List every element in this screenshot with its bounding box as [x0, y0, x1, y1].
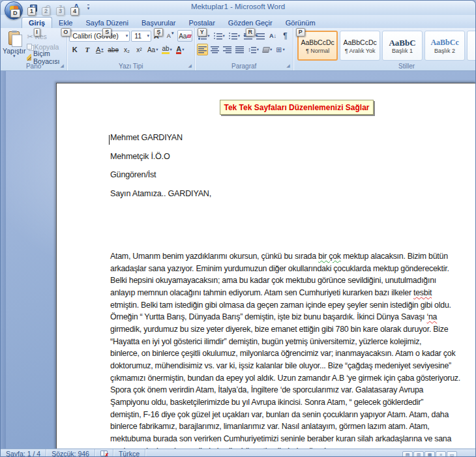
tab-ekle[interactable]: EkleO [52, 18, 79, 28]
style-h2[interactable]: AaBbCcBaşlık 2 [424, 31, 465, 61]
chevron-down-icon: ▾ [223, 33, 225, 38]
quick-access-toolbar: 1↶2↻3A4▾ [27, 2, 93, 14]
chevron-down-icon: ▾ [270, 47, 272, 52]
group-title-clipboard: Pano [1, 63, 67, 70]
highlight-color-button[interactable]: ab▾ [160, 44, 173, 55]
tab-giriş[interactable]: GirişI [22, 17, 52, 28]
keytip-badge: Ş [154, 28, 163, 37]
show-hide-marks-button[interactable]: ¶ [280, 30, 291, 42]
qat-undo-button[interactable]: ↶2 [41, 2, 54, 14]
keytip-badge: P [296, 28, 305, 37]
chevron-down-icon: ▾ [182, 47, 184, 52]
body-line: çıkmamızı önermiştin, bundan da epey yol… [110, 372, 470, 385]
clear-formatting-button[interactable]: Aa [177, 30, 192, 42]
group-title-styles: Stiller [293, 63, 476, 70]
font-name-combobox[interactable]: Calibri (Gövde) ▾ [69, 31, 130, 42]
font-color-button[interactable]: A▾ [175, 44, 186, 55]
chevron-down-icon: ▾ [145, 33, 149, 38]
address-block: Mehmet GARDIYANMehmetçik İ.Ö.OGüngören/İ… [110, 132, 211, 207]
document-area: Tek Tek Sayfaları Düzenlemenizi Sağlar M… [1, 71, 475, 449]
chevron-down-icon: ▾ [207, 33, 209, 38]
body-line: binlerce, on binlerce çeşitli okulumuz, … [110, 347, 470, 360]
increase-indent-icon [256, 33, 265, 40]
qat-font-button[interactable]: A4 [70, 2, 83, 14]
chevron-down-icon: ▾ [156, 47, 158, 52]
page-indicator[interactable]: Sayfa: 1 / 4 [1, 449, 46, 457]
change-case-button[interactable]: Aa▾ [146, 44, 160, 55]
spelling-underline: ‘na [426, 312, 437, 321]
italic-button[interactable]: T [82, 44, 93, 55]
keytip-badge: 4 [70, 7, 79, 16]
style-nospace[interactable]: AaBbCcDc¶ Aralık Yok [340, 31, 380, 61]
underline-button[interactable]: A▾ [94, 44, 105, 55]
page[interactable]: Tek Tek Sayfaları Düzenlemenizi Sağlar M… [56, 83, 475, 449]
word-window: D 1↶2↻3A4▾ Mektuplar1 - Microsoft Word G… [0, 0, 476, 457]
body-line: Örneğin “ Yurtta Barış, Dünyada Barış” d… [110, 311, 470, 323]
tab-başvurular[interactable]: BaşvurularŞ [135, 18, 183, 28]
justify-button[interactable] [234, 44, 245, 55]
sort-icon: A↓ [269, 33, 276, 39]
dialog-launcher-clipboard[interactable]: ◢ [59, 63, 65, 69]
keytip-office: D [10, 9, 20, 18]
line-spacing-button[interactable]: ↕▾ [246, 44, 260, 55]
qat-redo-button[interactable]: ↻3 [55, 2, 68, 14]
address-line: Mehmet GARDIYAN [110, 132, 211, 151]
font-size-combobox[interactable]: 11 ▾ [131, 31, 151, 42]
title-bar: D 1↶2↻3A4▾ Mektuplar1 - Microsoft Word [1, 1, 475, 15]
tab-postalar[interactable]: PostalarY [183, 18, 222, 28]
paste-button[interactable]: Yapıştır ▾ [3, 30, 25, 62]
text-cursor [109, 135, 110, 145]
chevron-down-icon: ▾ [170, 47, 172, 52]
numbering-icon [214, 33, 222, 40]
qat-customize-button[interactable]: ▾ [84, 2, 93, 14]
keytip-badge: Y [198, 28, 207, 37]
increase-indent-button[interactable] [255, 30, 266, 42]
multilevel-list-button[interactable]: ▾ [228, 30, 241, 42]
shrink-font-button[interactable]: A▼ [165, 30, 176, 42]
web-layout-view-button[interactable]: ▦ [424, 451, 435, 457]
spelling-underline: tesbit [413, 288, 432, 297]
subscript-button[interactable]: x₂ [121, 44, 132, 55]
tab-görünüm[interactable]: GörünümP [279, 18, 322, 28]
style-h1[interactable]: AaBbCBaşlık 1 [382, 31, 423, 61]
outline-view-button[interactable]: ≡ [436, 451, 446, 457]
eraser-icon [186, 35, 192, 38]
office-button[interactable]: D [5, 1, 23, 20]
word-count[interactable]: Sözcük: 946 [46, 449, 95, 457]
style-title[interactable]: AaBKonu Başl... [467, 31, 476, 61]
proofing-status[interactable] [95, 449, 113, 457]
justify-icon [235, 46, 244, 53]
draft-view-button[interactable]: ▭ [447, 451, 457, 457]
align-left-button[interactable] [197, 44, 208, 55]
tab-gözden-geçir[interactable]: Gözden GeçirR [222, 18, 279, 28]
language-indicator[interactable]: Türkçe [113, 449, 145, 457]
keytip-badge: S [102, 28, 112, 37]
qat-save-button[interactable]: 1 [27, 2, 40, 14]
strikethrough-button[interactable]: abe [106, 44, 120, 55]
bold-button[interactable]: K [69, 44, 80, 55]
group-title-font: Yazı Tipi [67, 63, 194, 70]
borders-button[interactable]: ⊞▾ [275, 44, 286, 55]
body-line: “Hayatta en iyi yol gösterici ilimdir” d… [110, 336, 470, 348]
numbering-button[interactable]: ▾ [213, 30, 226, 42]
superscript-button[interactable]: x² [134, 44, 145, 55]
body-line: binlerce fabrikamız, barajlarımız, liman… [110, 420, 470, 433]
sort-button[interactable]: A↓ [267, 30, 278, 42]
align-right-button[interactable] [222, 44, 233, 55]
fullscreen-reading-view-button[interactable]: ▥ [413, 451, 424, 457]
group-font: Calibri (Gövde) ▾ 11 ▾ A▲ A▼ Aa K T A▾ a… [67, 28, 195, 70]
shading-button[interactable]: ▾ [261, 44, 273, 55]
dialog-launcher-font[interactable]: ◢ [186, 63, 193, 69]
chevron-down-icon: ▾ [101, 47, 103, 52]
address-line: Sayın Atamıza.. GARDIYAN, [110, 188, 211, 207]
align-center-button[interactable] [209, 44, 220, 55]
cut-button[interactable]: ✂ Kes [25, 32, 65, 42]
print-layout-view-button[interactable]: ▤ [402, 451, 413, 457]
address-line: Mehmetçik İ.Ö.O [110, 151, 211, 170]
format-painter-button[interactable]: Biçim Boyacısı [25, 52, 65, 62]
keytip-badge: 2 [42, 7, 50, 16]
body-line: arkadaşlar sana yazıyor. Eminim yurdumuz… [110, 263, 470, 275]
tab-sayfa-düzeni[interactable]: Sayfa DüzeniS [79, 18, 134, 28]
keytip-badge: I [33, 28, 40, 37]
dialog-launcher-paragraph[interactable]: ◢ [285, 63, 291, 69]
